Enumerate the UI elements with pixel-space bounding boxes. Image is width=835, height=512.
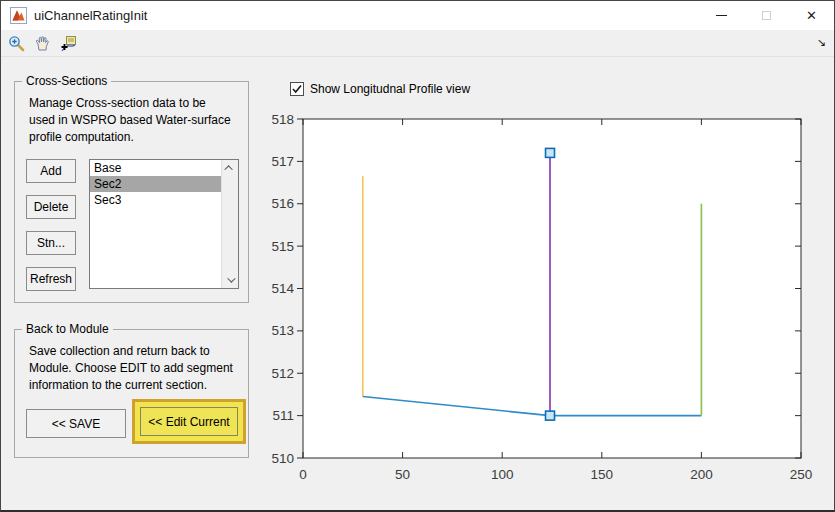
minimize-button[interactable] [699, 1, 744, 30]
y-tick-label: 514 [271, 281, 294, 296]
maximize-button [744, 1, 789, 30]
x-tick-label: 250 [790, 467, 813, 482]
minimize-icon [716, 15, 727, 16]
app-window: uiChannelRatingInit ✕ [0, 0, 835, 512]
pan-tool-button[interactable] [33, 34, 52, 53]
scroll-up-button[interactable] [222, 160, 238, 176]
sec2-section-selected-marker[interactable] [546, 411, 555, 420]
x-tick-label: 200 [690, 467, 713, 482]
show-profile-checkbox-label: Show Longitudnal Profile view [310, 82, 470, 96]
cross-sections-description: Manage Cross-section data to be used in … [29, 95, 235, 146]
y-tick-label: 513 [271, 323, 294, 338]
y-tick-label: 517 [271, 154, 294, 169]
longitudinal-profile-plot[interactable]: 5105115125135145155165175180501001502002… [256, 101, 835, 501]
cross-section-list: BaseSec2Sec3 [90, 160, 221, 288]
scroll-down-button[interactable] [222, 272, 238, 288]
stn-button[interactable]: Stn... [26, 231, 76, 255]
close-button[interactable]: ✕ [789, 1, 834, 30]
add-button[interactable]: Add [26, 159, 76, 183]
y-tick-label: 511 [272, 408, 294, 423]
save-button[interactable]: << SAVE [26, 409, 126, 438]
chevron-up-icon [224, 165, 232, 173]
show-profile-checkbox[interactable] [290, 82, 304, 96]
x-tick-label: 50 [395, 467, 410, 482]
x-tick-label: 0 [299, 467, 307, 482]
edit-current-highlight: << Edit Current [132, 399, 246, 444]
matlab-app-icon [10, 7, 27, 24]
y-tick-label: 510 [271, 451, 294, 466]
y-tick-label: 516 [271, 196, 294, 211]
data-cursor-tool-button[interactable] [59, 34, 78, 53]
back-to-module-group-title: Back to Module [22, 322, 113, 336]
list-item-sec3[interactable]: Sec3 [90, 192, 221, 208]
figure-toolbar: ↘ [1, 30, 834, 57]
edit-current-button[interactable]: << Edit Current [140, 407, 238, 436]
delete-button[interactable]: Delete [26, 195, 76, 219]
toolbar-overflow-arrow-icon[interactable]: ↘ [817, 36, 826, 49]
list-item-sec2[interactable]: Sec2 [90, 176, 221, 192]
plot-axes-box[interactable] [303, 119, 801, 458]
zoom-in-tool-button[interactable] [7, 34, 26, 53]
data-cursor-icon [60, 35, 77, 52]
cross-sections-group-title: Cross-Sections [22, 74, 111, 88]
y-tick-label: 518 [271, 112, 294, 127]
title-bar[interactable]: uiChannelRatingInit ✕ [1, 1, 834, 30]
show-profile-checkbox-row: Show Longitudnal Profile view [290, 82, 470, 96]
refresh-button[interactable]: Refresh [26, 267, 76, 291]
x-tick-label: 100 [491, 467, 514, 482]
checkmark-icon [291, 83, 303, 95]
x-tick-label: 150 [591, 467, 614, 482]
cross-section-listbox[interactable]: BaseSec2Sec3 [89, 159, 239, 289]
back-to-module-description: Save collection and return back to Modul… [29, 343, 242, 394]
close-icon: ✕ [806, 9, 817, 22]
y-tick-label: 512 [271, 366, 294, 381]
sec2-section-selected-marker[interactable] [546, 148, 555, 157]
y-tick-label: 515 [271, 239, 294, 254]
cross-section-buttons: AddDeleteStn...Refresh [26, 159, 76, 291]
maximize-icon [762, 11, 771, 20]
pan-hand-icon [34, 35, 51, 52]
window-title: uiChannelRatingInit [34, 8, 147, 23]
window-controls: ✕ [699, 1, 834, 30]
chevron-down-icon [227, 274, 235, 282]
list-item-base[interactable]: Base [90, 160, 221, 176]
zoom-in-icon [8, 35, 25, 52]
listbox-scrollbar[interactable] [221, 160, 238, 288]
